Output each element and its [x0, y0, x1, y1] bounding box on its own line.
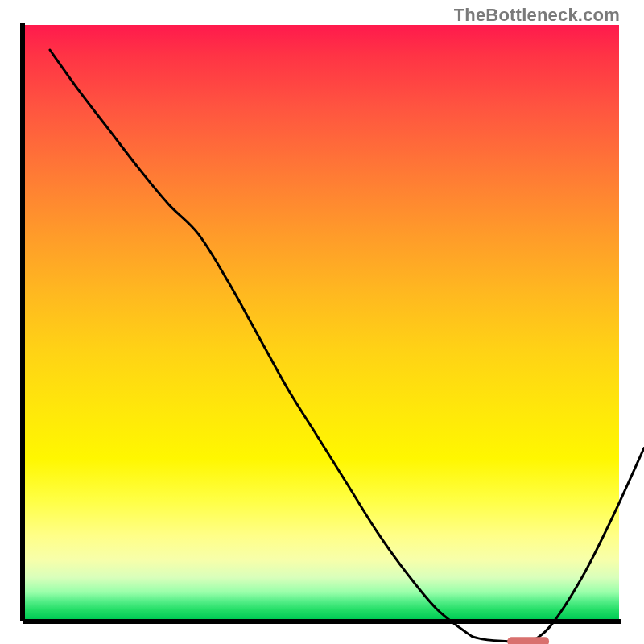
chart-container: TheBottleneck.com — [0, 0, 644, 644]
chart-overlay-svg — [50, 50, 644, 644]
watermark-text: TheBottleneck.com — [454, 5, 620, 26]
optimal-marker — [507, 637, 549, 644]
plot-area — [25, 25, 619, 619]
bottleneck-curve — [50, 50, 644, 642]
x-axis — [23, 619, 621, 624]
y-axis — [20, 23, 25, 621]
